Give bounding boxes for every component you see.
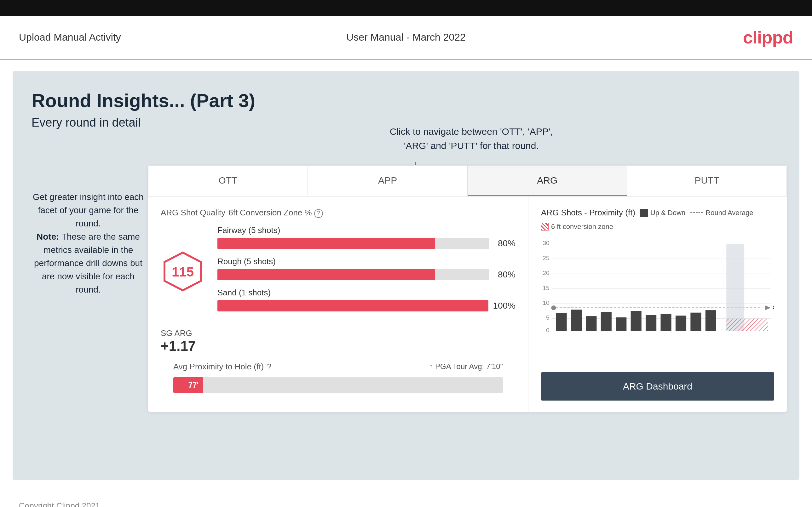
svg-text:5: 5 — [546, 314, 550, 321]
legend-updown-label: Up & Down — [650, 209, 685, 217]
svg-rect-24 — [571, 309, 582, 331]
panel-body: ARG Shot Quality 6ft Conversion Zone % ?… — [148, 196, 787, 412]
svg-text:15: 15 — [543, 285, 549, 291]
note-label: Note: — [37, 232, 59, 241]
panel-right: ARG Shots - Proximity (ft) Up & Down Rou… — [528, 196, 787, 412]
upload-label[interactable]: Upload Manual Activity — [19, 32, 121, 43]
bar-row-sand: 100% — [217, 300, 515, 312]
legend-dashed-line — [691, 212, 703, 213]
legend-hatch-box — [541, 223, 549, 230]
bar-pct-rough: 80% — [494, 270, 515, 280]
bar-fill-rough — [217, 269, 435, 280]
tab-bar: OTT APP ARG PUTT — [148, 165, 787, 196]
bar-pct-fairway: 80% — [494, 238, 515, 248]
proximity-help-icon[interactable]: ? — [267, 362, 271, 372]
legend-conversion-label: 6 ft conversion zone — [551, 223, 613, 231]
bar-container-fairway — [217, 238, 489, 249]
svg-rect-22 — [726, 244, 744, 331]
top-bar — [0, 0, 812, 16]
svg-text:8: 8 — [773, 304, 774, 311]
conversion-label: 6ft Conversion Zone % ? — [229, 208, 323, 218]
chart-area: 30 25 20 15 10 5 0 — [541, 237, 774, 366]
svg-text:20: 20 — [543, 270, 549, 276]
bar-container-sand — [217, 300, 489, 312]
bar-row-rough: 80% — [217, 269, 515, 280]
proximity-benchmark: ↑ PGA Tour Avg: 7'10" — [429, 362, 503, 371]
svg-text:10: 10 — [543, 299, 549, 306]
header: Upload Manual Activity User Manual - Mar… — [0, 16, 812, 59]
shot-row-rough: Rough (5 shots) 80% — [217, 257, 515, 280]
arg-dashboard-button[interactable]: ARG Dashboard — [541, 372, 774, 401]
tab-app[interactable]: APP — [308, 165, 468, 196]
legend-conversion: 6 ft conversion zone — [541, 223, 613, 231]
bar-fill-fairway — [217, 238, 435, 249]
left-description: Get greater insight into each facet of y… — [32, 190, 145, 296]
tab-arg[interactable]: ARG — [468, 165, 627, 196]
footer: Copyright Clippd 2021 — [0, 492, 812, 507]
hexagon-value: 115 — [172, 265, 194, 280]
legend-roundavg: Round Average — [691, 209, 753, 217]
shot-label-fairway: Fairway (5 shots) — [217, 225, 515, 235]
svg-rect-30 — [660, 314, 671, 331]
sg-value: +1.17 — [161, 338, 515, 354]
user-manual-label: User Manual - March 2022 — [346, 32, 466, 43]
shot-label-sand: Sand (1 shots) — [217, 288, 515, 297]
svg-rect-31 — [675, 316, 686, 331]
proximity-header: Avg Proximity to Hole (ft) ? ↑ PGA Tour … — [173, 362, 503, 372]
shot-row-fairway: Fairway (5 shots) 80% — [217, 225, 515, 249]
svg-rect-28 — [631, 311, 642, 331]
panel-left: ARG Shot Quality 6ft Conversion Zone % ?… — [148, 196, 528, 412]
tab-ott[interactable]: OTT — [148, 165, 308, 196]
chart-svg: 30 25 20 15 10 5 0 — [541, 237, 774, 338]
section-title: ARG Shot Quality 6ft Conversion Zone % ? — [161, 208, 515, 218]
logo: clippd — [743, 27, 793, 48]
legend-box-updown — [640, 209, 648, 217]
proximity-bar-value: 77' — [189, 381, 199, 390]
svg-rect-35 — [726, 319, 768, 331]
page-title: Round Insights... (Part 3) — [32, 90, 780, 111]
conversion-help-icon[interactable]: ? — [314, 209, 323, 218]
bar-container-rough — [217, 269, 489, 280]
svg-rect-32 — [691, 313, 701, 331]
panel: OTT APP ARG PUTT ARG Shot Quality 6ft Co… — [148, 165, 787, 412]
legend-roundavg-label: Round Average — [706, 209, 753, 217]
svg-rect-33 — [706, 310, 716, 331]
svg-rect-25 — [586, 316, 597, 331]
sg-label: SG ARG — [161, 329, 515, 338]
svg-text:0: 0 — [546, 327, 550, 334]
shot-row-sand: Sand (1 shots) 100% — [217, 288, 515, 312]
proximity-bar-fill: 77' — [173, 377, 203, 393]
svg-rect-26 — [601, 312, 612, 331]
svg-text:25: 25 — [543, 255, 549, 261]
legend-updown: Up & Down — [640, 209, 685, 217]
svg-text:30: 30 — [543, 240, 549, 246]
bar-pct-sand: 100% — [493, 301, 515, 311]
shot-quality-bars: Fairway (5 shots) 80% — [217, 225, 515, 319]
nav-hint: Click to navigate between 'OTT', 'APP','… — [390, 124, 553, 153]
bar-fill-sand — [217, 300, 489, 312]
hexagon-row: 115 Fairway (5 shots) — [161, 225, 515, 319]
svg-point-19 — [551, 305, 556, 310]
shot-label-rough: Rough (5 shots) — [217, 257, 515, 267]
hexagon-score: 115 — [161, 250, 205, 294]
svg-rect-27 — [616, 318, 626, 331]
sg-section: SG ARG +1.17 — [161, 329, 515, 354]
proximity-section: Avg Proximity to Hole (ft) ? ↑ PGA Tour … — [161, 354, 515, 401]
svg-rect-23 — [556, 313, 566, 331]
nav-hint-text: Click to navigate between 'OTT', 'APP','… — [390, 126, 553, 151]
svg-marker-20 — [765, 305, 771, 310]
tab-putt[interactable]: PUTT — [627, 165, 787, 196]
svg-rect-29 — [646, 315, 656, 331]
copyright-text: Copyright Clippd 2021 — [19, 501, 100, 507]
chart-header: ARG Shots - Proximity (ft) Up & Down Rou… — [541, 208, 774, 231]
main-content: Round Insights... (Part 3) Every round i… — [13, 71, 799, 480]
chart-title: ARG Shots - Proximity (ft) — [541, 208, 635, 218]
shot-quality-title: ARG Shot Quality — [161, 208, 225, 218]
bar-row-fairway: 80% — [217, 238, 515, 249]
proximity-label: Avg Proximity to Hole (ft) ? — [173, 362, 271, 372]
proximity-bar-container: 77' — [173, 377, 503, 393]
